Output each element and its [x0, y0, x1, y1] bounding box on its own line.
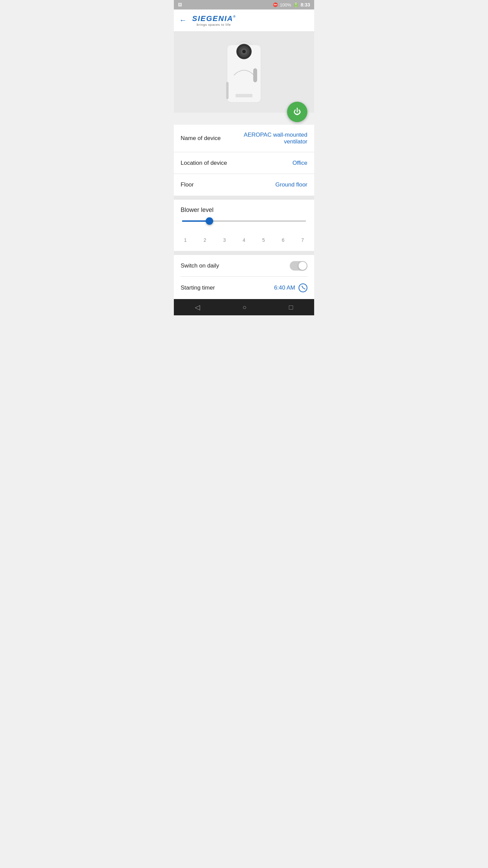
timer-value-container: 6:40 AM [274, 283, 307, 292]
tick-4: 4 [241, 237, 247, 243]
device-name-row: Name of device AEROPAC wall-mounted vent… [174, 125, 314, 152]
tick-2: 2 [202, 237, 208, 243]
switch-on-daily-label: Switch on daily [181, 262, 219, 269]
svg-rect-6 [236, 94, 252, 97]
slider-track [182, 220, 306, 222]
back-button[interactable]: ← [179, 16, 187, 25]
section-separator-2 [174, 251, 314, 255]
switch-on-daily-toggle[interactable] [290, 261, 307, 271]
device-floor-value: Ground floor [276, 181, 308, 188]
app-header: ← SIEGENIA ® brings spaces to life [174, 9, 314, 31]
device-location-value: Office [292, 160, 307, 166]
status-bar: 🖼 ⛔ 100% 🔋 8:33 [174, 0, 314, 9]
clock-hand-min [303, 288, 306, 290]
slider-thumb[interactable] [206, 217, 213, 225]
tick-5: 5 [260, 237, 267, 243]
logo-trademark: ® [233, 15, 236, 18]
svg-rect-5 [253, 68, 257, 82]
switch-on-daily-section: Switch on daily [174, 255, 314, 277]
blower-slider-container: 1 2 3 4 5 6 7 [181, 220, 307, 243]
starting-timer-value: 6:40 AM [274, 284, 295, 291]
device-location-row: Location of device Office [174, 152, 314, 174]
nav-home-button[interactable]: ○ [242, 303, 246, 311]
power-button[interactable]: ⏻ [287, 102, 307, 122]
slider-ticks: 1 2 3 4 5 6 7 [182, 237, 306, 243]
notification-icon: 🖼 [178, 2, 182, 7]
tick-1: 1 [182, 237, 189, 243]
tick-6: 6 [280, 237, 286, 243]
svg-rect-7 [226, 82, 228, 99]
device-image-container: ⏻ [174, 31, 314, 113]
nav-back-button[interactable]: ◁ [195, 303, 200, 311]
device-name-label: Name of device [181, 135, 221, 142]
status-time: 8:33 [301, 2, 310, 7]
blower-label: Blower level [181, 206, 307, 214]
device-location-label: Location of device [181, 160, 227, 166]
battery-percentage: 100% [280, 2, 291, 7]
toggle-thumb [299, 262, 307, 270]
tick-3: 3 [221, 237, 228, 243]
toggle-track [290, 261, 307, 271]
sim-icon: ⛔ [273, 2, 278, 7]
battery-icon: 🔋 [293, 2, 299, 7]
starting-timer-row: Starting timer 6:40 AM [174, 277, 314, 299]
nav-recent-button[interactable]: □ [289, 303, 293, 311]
svg-point-4 [242, 50, 246, 53]
section-separator-1 [174, 196, 314, 200]
navigation-bar: ◁ ○ □ [174, 299, 314, 315]
logo-text: SIEGENIA [192, 14, 233, 23]
blower-section: Blower level 1 2 3 4 5 6 7 [174, 200, 314, 251]
device-image [217, 35, 271, 109]
switch-on-daily-row: Switch on daily [181, 255, 307, 277]
tick-7: 7 [299, 237, 306, 243]
logo: SIEGENIA ® brings spaces to life [192, 14, 236, 26]
logo-tagline: brings spaces to life [197, 23, 231, 26]
power-icon: ⏻ [293, 107, 301, 116]
starting-timer-label: Starting timer [181, 284, 215, 291]
device-name-value: AEROPAC wall-mounted ventilator [238, 132, 307, 145]
device-floor-label: Floor [181, 181, 194, 188]
slider-fill [182, 220, 209, 222]
info-section: Name of device AEROPAC wall-mounted vent… [174, 125, 314, 196]
device-floor-row: Floor Ground floor [174, 174, 314, 196]
clock-icon[interactable] [299, 283, 307, 292]
